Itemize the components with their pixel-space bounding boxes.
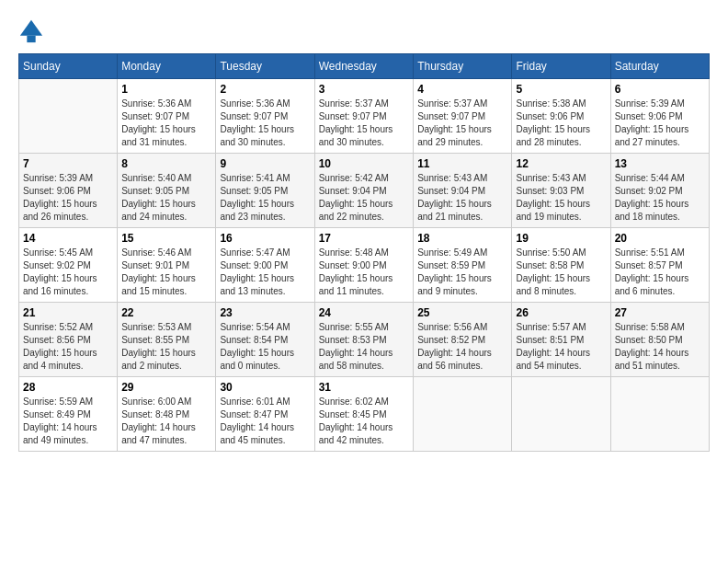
- day-info: Sunrise: 5:49 AM Sunset: 8:59 PM Dayligh…: [417, 247, 507, 298]
- svg-marker-0: [20, 20, 42, 36]
- day-number: 16: [220, 232, 310, 245]
- day-header-saturday: Saturday: [610, 54, 709, 79]
- day-number: 27: [615, 306, 705, 319]
- calendar-cell: 30Sunrise: 6:01 AM Sunset: 8:47 PM Dayli…: [216, 377, 314, 452]
- calendar-cell: 11Sunrise: 5:43 AM Sunset: 9:04 PM Dayli…: [414, 154, 512, 228]
- day-info: Sunrise: 5:50 AM Sunset: 8:58 PM Dayligh…: [516, 247, 606, 298]
- logo-icon: [18, 18, 44, 44]
- day-header-tuesday: Tuesday: [216, 54, 314, 79]
- day-info: Sunrise: 5:36 AM Sunset: 9:07 PM Dayligh…: [121, 98, 211, 149]
- header-row: SundayMondayTuesdayWednesdayThursdayFrid…: [19, 54, 710, 79]
- logo: [18, 18, 48, 44]
- calendar-cell: 28Sunrise: 5:59 AM Sunset: 8:49 PM Dayli…: [19, 377, 118, 452]
- calendar-cell: 24Sunrise: 5:55 AM Sunset: 8:53 PM Dayli…: [314, 303, 414, 377]
- day-number: 31: [319, 381, 410, 394]
- calendar-cell: 13Sunrise: 5:44 AM Sunset: 9:02 PM Dayli…: [610, 154, 709, 228]
- day-info: Sunrise: 5:59 AM Sunset: 8:49 PM Dayligh…: [23, 396, 113, 447]
- day-number: 23: [220, 306, 310, 319]
- day-number: 21: [23, 306, 113, 319]
- week-row-2: 7Sunrise: 5:39 AM Sunset: 9:06 PM Daylig…: [19, 154, 710, 228]
- calendar-cell: 8Sunrise: 5:40 AM Sunset: 9:05 PM Daylig…: [118, 154, 216, 228]
- day-number: 5: [516, 83, 606, 96]
- calendar-cell: [19, 79, 118, 154]
- calendar-table: SundayMondayTuesdayWednesdayThursdayFrid…: [18, 53, 710, 452]
- week-row-3: 14Sunrise: 5:45 AM Sunset: 9:02 PM Dayli…: [19, 228, 710, 303]
- calendar-cell: 10Sunrise: 5:42 AM Sunset: 9:04 PM Dayli…: [314, 154, 414, 228]
- day-info: Sunrise: 5:51 AM Sunset: 8:57 PM Dayligh…: [615, 247, 705, 298]
- day-number: 10: [319, 157, 410, 170]
- day-info: Sunrise: 5:57 AM Sunset: 8:51 PM Dayligh…: [516, 321, 606, 373]
- calendar-cell: [414, 377, 512, 452]
- calendar-cell: 6Sunrise: 5:39 AM Sunset: 9:06 PM Daylig…: [610, 79, 709, 154]
- day-info: Sunrise: 5:39 AM Sunset: 9:06 PM Dayligh…: [23, 172, 113, 224]
- day-info: Sunrise: 5:36 AM Sunset: 9:07 PM Dayligh…: [220, 98, 310, 149]
- day-info: Sunrise: 6:01 AM Sunset: 8:47 PM Dayligh…: [220, 396, 310, 447]
- calendar-cell: 22Sunrise: 5:53 AM Sunset: 8:55 PM Dayli…: [118, 303, 216, 377]
- day-info: Sunrise: 5:47 AM Sunset: 9:00 PM Dayligh…: [220, 247, 310, 298]
- day-number: 14: [23, 232, 113, 245]
- day-number: 30: [220, 381, 310, 394]
- day-info: Sunrise: 5:52 AM Sunset: 8:56 PM Dayligh…: [23, 321, 113, 373]
- day-info: Sunrise: 6:00 AM Sunset: 8:48 PM Dayligh…: [121, 396, 211, 447]
- calendar-cell: 29Sunrise: 6:00 AM Sunset: 8:48 PM Dayli…: [118, 377, 216, 452]
- calendar-cell: 31Sunrise: 6:02 AM Sunset: 8:45 PM Dayli…: [314, 377, 414, 452]
- day-info: Sunrise: 5:58 AM Sunset: 8:50 PM Dayligh…: [615, 321, 705, 373]
- day-info: Sunrise: 5:46 AM Sunset: 9:01 PM Dayligh…: [121, 247, 211, 298]
- calendar-cell: 21Sunrise: 5:52 AM Sunset: 8:56 PM Dayli…: [19, 303, 118, 377]
- calendar-cell: 16Sunrise: 5:47 AM Sunset: 9:00 PM Dayli…: [216, 228, 314, 303]
- calendar-cell: 14Sunrise: 5:45 AM Sunset: 9:02 PM Dayli…: [19, 228, 118, 303]
- calendar-cell: 3Sunrise: 5:37 AM Sunset: 9:07 PM Daylig…: [314, 79, 414, 154]
- day-number: 19: [516, 232, 606, 245]
- day-number: 1: [121, 83, 211, 96]
- day-info: Sunrise: 5:54 AM Sunset: 8:54 PM Dayligh…: [220, 321, 310, 373]
- day-number: 24: [319, 306, 410, 319]
- day-number: 8: [121, 157, 211, 170]
- day-number: 6: [615, 83, 705, 96]
- calendar-cell: [610, 377, 709, 452]
- day-number: 28: [23, 381, 113, 394]
- day-number: 26: [516, 306, 606, 319]
- week-row-4: 21Sunrise: 5:52 AM Sunset: 8:56 PM Dayli…: [19, 303, 710, 377]
- day-header-wednesday: Wednesday: [314, 54, 414, 79]
- day-header-monday: Monday: [118, 54, 216, 79]
- day-number: 22: [121, 306, 211, 319]
- day-info: Sunrise: 5:38 AM Sunset: 9:06 PM Dayligh…: [516, 98, 606, 149]
- calendar-cell: 18Sunrise: 5:49 AM Sunset: 8:59 PM Dayli…: [414, 228, 512, 303]
- day-number: 7: [23, 157, 113, 170]
- day-number: 11: [417, 157, 507, 170]
- day-number: 3: [319, 83, 410, 96]
- calendar-cell: 9Sunrise: 5:41 AM Sunset: 9:05 PM Daylig…: [216, 154, 314, 228]
- day-number: 20: [615, 232, 705, 245]
- day-number: 29: [121, 381, 211, 394]
- calendar-cell: 20Sunrise: 5:51 AM Sunset: 8:57 PM Dayli…: [610, 228, 709, 303]
- day-info: Sunrise: 5:41 AM Sunset: 9:05 PM Dayligh…: [220, 172, 310, 224]
- day-info: Sunrise: 5:37 AM Sunset: 9:07 PM Dayligh…: [417, 98, 507, 149]
- svg-rect-1: [27, 36, 35, 42]
- day-number: 17: [319, 232, 410, 245]
- day-info: Sunrise: 5:53 AM Sunset: 8:55 PM Dayligh…: [121, 321, 211, 373]
- calendar-cell: 26Sunrise: 5:57 AM Sunset: 8:51 PM Dayli…: [512, 303, 610, 377]
- day-header-friday: Friday: [512, 54, 610, 79]
- day-number: 18: [417, 232, 507, 245]
- week-row-1: 1Sunrise: 5:36 AM Sunset: 9:07 PM Daylig…: [19, 79, 710, 154]
- calendar-cell: 23Sunrise: 5:54 AM Sunset: 8:54 PM Dayli…: [216, 303, 314, 377]
- calendar-cell: 1Sunrise: 5:36 AM Sunset: 9:07 PM Daylig…: [118, 79, 216, 154]
- day-info: Sunrise: 5:48 AM Sunset: 9:00 PM Dayligh…: [319, 247, 410, 298]
- day-number: 2: [220, 83, 310, 96]
- calendar-cell: 12Sunrise: 5:43 AM Sunset: 9:03 PM Dayli…: [512, 154, 610, 228]
- day-number: 9: [220, 157, 310, 170]
- day-info: Sunrise: 5:44 AM Sunset: 9:02 PM Dayligh…: [615, 172, 705, 224]
- day-header-sunday: Sunday: [19, 54, 118, 79]
- day-header-thursday: Thursday: [414, 54, 512, 79]
- day-info: Sunrise: 5:56 AM Sunset: 8:52 PM Dayligh…: [417, 321, 507, 373]
- calendar-cell: 7Sunrise: 5:39 AM Sunset: 9:06 PM Daylig…: [19, 154, 118, 228]
- page-header: [18, 18, 710, 44]
- day-number: 15: [121, 232, 211, 245]
- day-number: 4: [417, 83, 507, 96]
- day-info: Sunrise: 5:43 AM Sunset: 9:04 PM Dayligh…: [417, 172, 507, 224]
- calendar-cell: [512, 377, 610, 452]
- calendar-cell: 2Sunrise: 5:36 AM Sunset: 9:07 PM Daylig…: [216, 79, 314, 154]
- day-info: Sunrise: 5:55 AM Sunset: 8:53 PM Dayligh…: [319, 321, 410, 373]
- calendar-cell: 25Sunrise: 5:56 AM Sunset: 8:52 PM Dayli…: [414, 303, 512, 377]
- day-info: Sunrise: 6:02 AM Sunset: 8:45 PM Dayligh…: [319, 396, 410, 447]
